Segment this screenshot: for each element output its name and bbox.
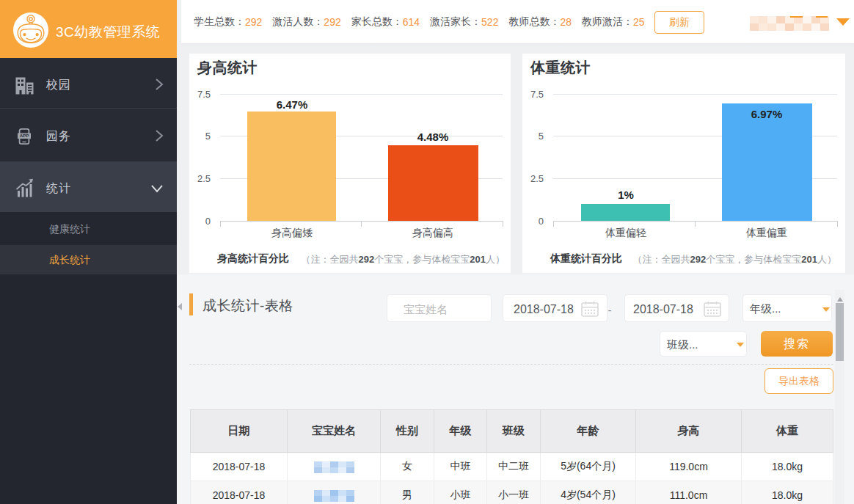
svg-text:APP: APP — [20, 133, 29, 138]
